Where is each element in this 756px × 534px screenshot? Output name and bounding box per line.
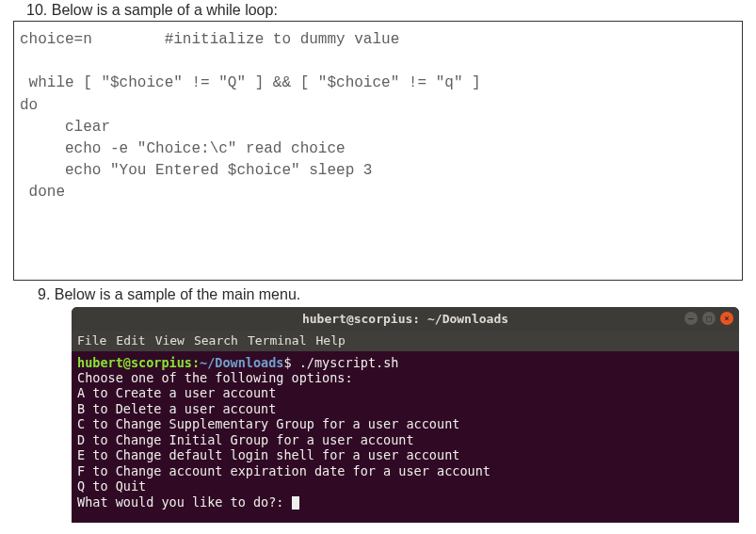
terminal-body[interactable]: hubert@scorpius:~/Downloads$ ./myscript.… [72,351,739,524]
terminal-line: C to Change Supplementary Group for a us… [77,416,459,431]
title-bar: hubert@scorpius: ~/Downloads – □ × [72,307,739,331]
terminal-line: F to Change account expiration date for … [77,463,491,478]
terminal-line: Q to Quit [77,478,146,494]
window-title: hubert@scorpius: ~/Downloads [302,312,508,326]
terminal-window: hubert@scorpius: ~/Downloads – □ × File … [72,307,739,524]
menu-file[interactable]: File [77,333,106,348]
terminal-line: What would you like to do?: [77,494,292,510]
terminal-line: B to Delete a user account [77,401,276,416]
item-text: Below is a sample of the main menu. [55,286,300,302]
prompt-user-host: hubert@scorpius [77,355,192,370]
menu-terminal[interactable]: Terminal [248,333,307,348]
terminal-line: D to Change Initial Group for a user acc… [77,432,414,447]
maximize-button[interactable]: □ [702,312,716,325]
prompt-dollar: $ [283,355,298,370]
prompt-command: ./myscript.sh [299,355,399,370]
list-item-10: 10. Below is a sample of a while loop: [0,0,756,19]
code-sample-box: choice=n #initialize to dummy value whil… [13,21,743,281]
prompt-colon: : [192,355,200,370]
terminal-line: Choose one of the following options: [77,370,353,385]
list-item-9: 9. Below is a sample of the main menu. [0,284,756,305]
menu-help[interactable]: Help [316,333,346,348]
window-buttons: – □ × [684,312,733,325]
menu-edit[interactable]: Edit [116,333,145,348]
cursor-icon [292,496,299,510]
menu-view[interactable]: View [155,333,185,348]
item-text: Below is a sample of a while loop: [52,2,278,18]
item-number: 10. [26,2,47,18]
minimize-button[interactable]: – [684,312,698,325]
code-content: choice=n #initialize to dummy value whil… [20,31,481,201]
terminal-line: A to Create a user account [77,385,276,400]
close-button[interactable]: × [720,312,733,325]
menu-search[interactable]: Search [194,333,238,348]
prompt-path: ~/Downloads [200,355,283,370]
terminal-line: E to Change default login shell for a us… [77,447,459,462]
item-number: 9. [38,286,50,302]
menu-bar: File Edit View Search Terminal Help [72,331,739,351]
